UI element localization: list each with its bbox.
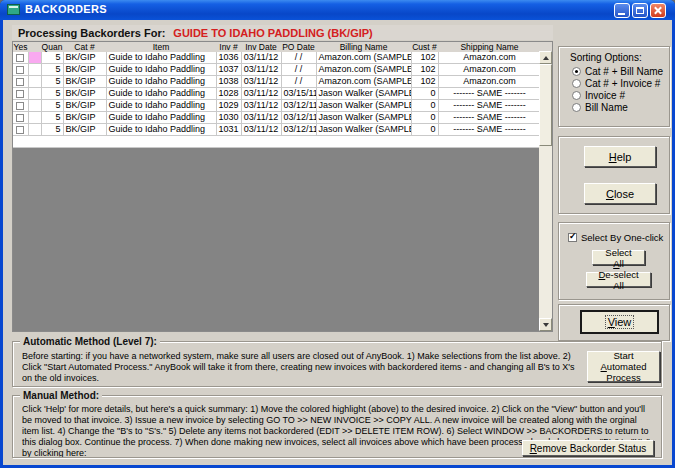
col-inv: Inv # [216, 42, 241, 52]
row-checkbox[interactable] [16, 78, 24, 86]
table-row[interactable]: 5 BK/GIP Guide to Idaho Paddling 1036 03… [13, 52, 541, 64]
row-checkbox[interactable] [16, 114, 24, 122]
table-row[interactable]: 5 BK/GIP Guide to Idaho Paddling 1028 03… [13, 88, 541, 100]
checkbox-icon[interactable] [568, 233, 577, 242]
row-checkbox[interactable] [16, 66, 24, 74]
maximize-button[interactable] [632, 3, 648, 18]
vertical-scrollbar[interactable] [539, 51, 552, 331]
col-shipping-name: Shipping Name [438, 42, 541, 52]
sort-option-invoice[interactable]: Invoice # [572, 90, 625, 101]
col-item: Item [106, 42, 216, 52]
sort-option-cat-invoice[interactable]: Cat # + Invoice # [572, 78, 660, 89]
row-highlight-cell [28, 52, 41, 64]
view-button[interactable]: View [580, 310, 659, 334]
col-highlight [28, 42, 41, 52]
table-row[interactable]: 5 BK/GIP Guide to Idaho Paddling 1030 03… [13, 112, 541, 124]
row-checkbox[interactable] [16, 90, 24, 98]
manual-method-title: Manual Method: [20, 390, 102, 401]
col-cust: Cust # [411, 42, 438, 52]
processing-header: Processing Backorders For: GUIDE TO IDAH… [12, 25, 553, 40]
window-icon [7, 4, 20, 15]
sort-option-cat-bill[interactable]: Cat # + Bill Name [572, 66, 663, 77]
select-all-button[interactable]: Select All [592, 250, 645, 265]
radio-icon[interactable] [572, 103, 581, 112]
minimize-button[interactable] [614, 3, 630, 18]
window-title: BACKORDERS [25, 3, 107, 15]
processing-label: Processing Backorders For: [18, 27, 165, 39]
automatic-method-text: Before starting: if you have a networked… [22, 351, 580, 384]
table-row[interactable]: 5 BK/GIP Guide to Idaho Paddling 1029 03… [13, 100, 541, 112]
col-po-date: PO Date [281, 42, 316, 52]
table-row[interactable]: 5 BK/GIP Guide to Idaho Paddling 1031 03… [13, 124, 541, 136]
table-row[interactable]: 5 BK/GIP Guide to Idaho Paddling 1037 03… [13, 64, 541, 76]
sorting-options-group: Sorting Options: Cat # + Bill Name Cat #… [558, 46, 670, 127]
scrollbar-thumb[interactable] [539, 64, 552, 146]
close-icon[interactable] [650, 3, 666, 18]
backorders-window: BACKORDERS Processing Backorders For: GU… [0, 0, 675, 468]
scroll-up-icon[interactable] [539, 51, 552, 64]
table-header-row: Yes Quan Cat # Item Inv # Inv Date PO Da… [13, 42, 541, 52]
radio-icon[interactable] [572, 79, 581, 88]
deselect-all-button[interactable]: De-select All [586, 272, 651, 287]
col-billing-name: Billing Name [316, 42, 411, 52]
radio-icon[interactable] [572, 67, 581, 76]
row-checkbox[interactable] [16, 102, 24, 110]
sorting-options-title: Sorting Options: [570, 52, 642, 63]
help-button[interactable]: Help [584, 146, 656, 167]
start-automated-process-button[interactable]: Start Automated Process [587, 351, 660, 382]
table-row[interactable]: 5 BK/GIP Guide to Idaho Paddling 1038 03… [13, 76, 541, 88]
col-inv-date: Inv Date [241, 42, 281, 52]
col-cat: Cat # [63, 42, 106, 52]
close-button[interactable]: Close [584, 183, 656, 204]
col-yes: Yes [13, 42, 28, 52]
sort-option-bill-name[interactable]: Bill Name [572, 102, 628, 113]
backorders-grid: Yes Quan Cat # Item Inv # Inv Date PO Da… [13, 42, 542, 148]
automatic-method-title: Automatic Method (Level 7): [20, 336, 160, 347]
backorders-table: Yes Quan Cat # Item Inv # Inv Date PO Da… [12, 41, 553, 332]
title-bar: BACKORDERS [0, 0, 675, 20]
scroll-down-icon[interactable] [539, 318, 552, 331]
table-empty-area [13, 136, 541, 148]
row-checkbox[interactable] [16, 54, 24, 62]
select-by-one-click-checkbox[interactable]: Select By One-click [568, 232, 663, 243]
radio-icon[interactable] [572, 91, 581, 100]
row-checkbox[interactable] [16, 126, 24, 134]
col-quan: Quan [41, 42, 63, 52]
remove-backorder-status-button[interactable]: Remove Backorder Status [522, 440, 654, 456]
processing-title-value: GUIDE TO IDAHO PADDLING (BK/GIP) [173, 27, 372, 39]
